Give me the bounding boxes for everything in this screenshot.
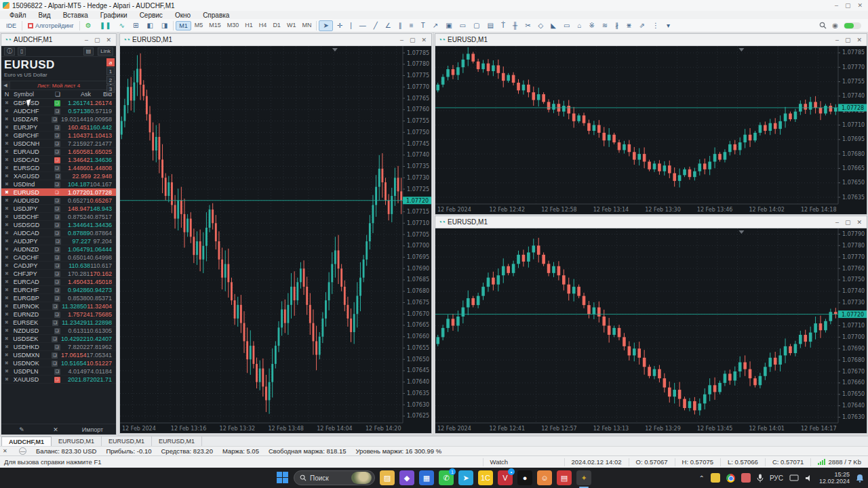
symbol-info-icon[interactable]: ⓘ — [4, 47, 15, 56]
menu-Справка[interactable]: Справка — [197, 12, 235, 19]
objects-list-icon[interactable]: ▾ — [663, 20, 673, 31]
symbol-row-USDCNH[interactable]: ✖ USDCNH ❏ 7.21592 7.21477 — [1, 140, 116, 148]
remove-icon[interactable]: ✕ — [42, 426, 69, 433]
symbol-row-EURNOK[interactable]: ✖ EURNOK ❏ 11.32850 11.32404 — [1, 302, 116, 310]
people-app-icon[interactable]: ☺ — [537, 470, 552, 485]
hide-symbol-icon[interactable]: ✖ — [1, 174, 12, 179]
algo-trading-button[interactable]: Алготрейдинг — [24, 22, 77, 30]
hide-symbol-icon[interactable]: ✖ — [1, 100, 12, 106]
hide-symbol-icon[interactable]: ✖ — [1, 230, 12, 236]
search-icon[interactable] — [819, 22, 827, 29]
app-window-button[interactable]: – — [835, 2, 838, 9]
hide-symbol-icon[interactable]: ✖ — [1, 328, 12, 333]
horizontal-line-icon[interactable]: ― — [356, 20, 370, 31]
chart-badge-icon[interactable]: ❏ — [51, 188, 63, 196]
hide-symbol-icon[interactable]: ✖ — [1, 296, 12, 301]
shapes-icon[interactable]: ⌂ — [574, 20, 585, 31]
menu-Вид[interactable]: Вид — [33, 12, 56, 19]
symbol-row-AUDNZD[interactable]: ✖ AUDNZD ❏ 1.06479 1.06444 — [1, 245, 116, 253]
menu-Сервис[interactable]: Сервис — [134, 12, 168, 19]
chart-badge-icon[interactable]: ❏ — [51, 213, 63, 220]
hide-symbol-icon[interactable]: ✖ — [1, 344, 12, 350]
symbol-row-XAGUSD[interactable]: ✖ XAGUSD ❏ 22.959 22.948 — [1, 172, 116, 180]
chart-badge-icon[interactable]: ❏ — [51, 278, 63, 285]
maximize-icon[interactable]: ▢ — [845, 219, 851, 226]
depth-button-1[interactable]: 1 — [106, 67, 115, 75]
menu-Файл[interactable]: Файл — [4, 12, 32, 19]
cursor-icon[interactable]: ➤ — [319, 20, 332, 31]
app-window-button[interactable]: ✕ — [857, 2, 863, 9]
vivaldi-icon[interactable]: V • — [498, 470, 513, 485]
close-icon[interactable]: ✕ — [421, 37, 427, 43]
chart-badge-icon[interactable]: ❏ — [51, 131, 63, 139]
chart-badge-icon[interactable]: ❏ — [49, 351, 60, 359]
vertical-line-icon[interactable]: | — [347, 20, 355, 31]
market-watch-titlebar[interactable]: ◔◔ AUDCHF,M1 – ▢ ✕ — [1, 34, 116, 46]
symbol-row-USDMXN[interactable]: ✖ USDMXN ❏ 17.06154 17.05341 — [1, 351, 116, 359]
chart-tab-AUDCHF,M1[interactable]: AUDCHF,M1 — [1, 436, 52, 446]
depth-button-3[interactable]: 3 — [106, 85, 115, 93]
chart-badge-icon[interactable]: ❏ — [50, 319, 61, 326]
app-window-controls[interactable]: –▢✕ — [835, 2, 868, 9]
symbol-row-USDSEK[interactable]: ✖ USDSEK ❏ 10.42922 10.42407 — [1, 335, 116, 343]
black-dot-app-icon[interactable]: ● — [517, 470, 532, 485]
symbol-row-AUDUSD[interactable]: ✖ AUDUSD ❏ 0.65271 0.65267 — [1, 197, 116, 205]
maximize-icon[interactable]: ▢ — [410, 37, 416, 43]
expand-horizontal-icon[interactable]: ◧ — [143, 21, 156, 30]
gold-active-app-icon[interactable]: ✦ — [576, 470, 591, 485]
hide-symbol-icon[interactable]: ✖ — [1, 125, 12, 130]
tray-chevron-up-icon[interactable]: ⌃ — [699, 474, 705, 482]
chart-badge-icon[interactable]: ❏ — [51, 327, 63, 334]
1c-app-icon[interactable]: 1С — [478, 470, 493, 485]
hide-symbol-icon[interactable]: ✖ — [1, 271, 12, 277]
chart-badge-icon[interactable]: ❏ — [51, 229, 63, 237]
symbol-row-GBPUSD[interactable]: ✖ GBPUSD ❏ 1.26174 1.26174 — [1, 99, 116, 107]
arrow-icon[interactable]: ↗ — [429, 20, 441, 31]
taskbar-search[interactable]: Поиск — [294, 470, 375, 485]
chart-badge-icon[interactable]: ❏ — [51, 164, 63, 171]
chart-badge-icon[interactable]: ❏ — [51, 221, 63, 228]
minimize-icon[interactable]: – — [835, 219, 839, 226]
symbol-row-EURUSD[interactable]: ✖ EURUSD ❏ 1.07720 1.07728 — [1, 188, 116, 197]
chart-badge-icon[interactable]: ❏ — [52, 262, 64, 269]
candlestick-chart[interactable]: 1.077901.077801.077701.077601.077501.077… — [435, 228, 867, 433]
crosshair-icon[interactable]: ✛ — [334, 20, 346, 31]
triangle-icon[interactable]: ◣ — [547, 20, 559, 31]
gear-icon[interactable]: ⚙ — [82, 21, 95, 30]
chart-badge-icon[interactable]: ❏ — [49, 335, 60, 342]
grid-window-icon[interactable]: ⊞ — [130, 21, 142, 30]
chart-titlebar[interactable]: ◔◔ EURUSD,M1 – ▢ ✕ — [435, 216, 867, 228]
chart-badge-icon[interactable]: ❏ — [49, 115, 60, 123]
hide-symbol-icon[interactable]: ✖ — [1, 255, 12, 260]
hide-symbol-icon[interactable]: ✖ — [1, 369, 12, 374]
text-label-icon[interactable]: T — [418, 20, 429, 31]
symbol-row-AUDCHF[interactable]: ✖ AUDCHF ❏ 0.57138 0.57119 — [1, 107, 116, 115]
symbol-row-GBPCHF[interactable]: ✖ GBPCHF ❏ 1.10437 1.10413 — [1, 131, 116, 140]
chart-badge-icon[interactable]: ❏ — [51, 375, 63, 383]
tray-app-red-icon[interactable] — [741, 473, 751, 483]
symbol-row-EURCHF[interactable]: ✖ EURCHF ❏ 0.94286 0.94273 — [1, 286, 116, 294]
chart-tab-EURUSD,M1[interactable]: EURUSD,M1 — [52, 436, 102, 446]
zigzag-icon[interactable]: ∿ — [116, 21, 128, 30]
chart-badge-icon[interactable]: ❏ — [51, 156, 63, 163]
pause-tester-icon[interactable]: ❚❚ — [96, 21, 115, 30]
chart-badge-icon[interactable]: ❏ — [51, 99, 63, 106]
depth-button-2[interactable]: 2 — [106, 76, 115, 84]
chart-badge-icon[interactable]: ❏ — [50, 302, 61, 310]
edit-icon[interactable]: ✎ — [1, 426, 42, 433]
hide-symbol-icon[interactable]: ✖ — [1, 149, 12, 155]
minimize-icon[interactable]: – — [85, 37, 88, 43]
hide-symbol-icon[interactable]: ✖ — [1, 377, 12, 382]
timeframe-M30[interactable]: M30 — [224, 21, 242, 30]
trendline-icon[interactable]: ╱ — [370, 20, 381, 31]
collapse-icon[interactable]: — — [19, 447, 26, 455]
chart-badge-icon[interactable]: ❏ — [51, 294, 63, 302]
chart-badge-icon[interactable]: ❏ — [52, 172, 64, 180]
notification-bell-icon[interactable] — [856, 474, 864, 483]
minimize-icon[interactable]: – — [835, 37, 839, 43]
red-app-icon[interactable]: ▤ — [557, 470, 572, 485]
hide-symbol-icon[interactable]: ✖ — [1, 287, 12, 293]
symbol-row-USDJPY[interactable]: ✖ USDJPY ❏ 148.947 148.943 — [1, 205, 116, 213]
timeframe-M15[interactable]: M15 — [206, 21, 224, 30]
scissors-icon[interactable]: ✂ — [521, 20, 534, 31]
